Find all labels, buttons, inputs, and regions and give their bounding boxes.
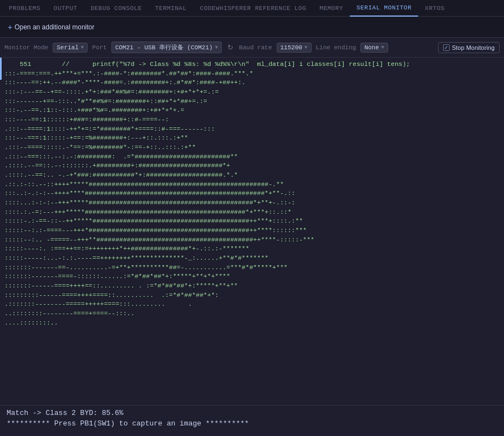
baud-rate-arrow: ▼: [304, 45, 307, 50]
serial-line: .:::::::--------=====+++++====:::.......…: [4, 300, 500, 309]
serial-line: :::::::::------====++++====::.......... …: [4, 291, 500, 300]
tab-serial-monitor[interactable]: SERIAL MONITOR: [350, 0, 418, 17]
tab-output[interactable]: OUTPUT: [47, 0, 84, 17]
tab-debug-console[interactable]: DEBUG CONSOLE: [84, 0, 148, 17]
line-ending-label: Line ending: [316, 44, 357, 51]
tab-problems[interactable]: PROBLEMS: [2, 0, 47, 17]
toolbar: + Open an additional monitor: [0, 17, 504, 38]
port-value: COM21 - USB 串行设备 (COM21): [115, 43, 213, 52]
serial-line: .:::--====:::::.-*==:=%########*-:==-+::…: [4, 143, 500, 152]
line-ending-arrow: ▼: [381, 45, 384, 50]
serial-line: :::-.--==.:1::-:::.+###*%#=.########+:+#…: [4, 106, 500, 115]
port-label: Port: [92, 44, 106, 51]
stop-monitoring-button[interactable]: Stop Monitoring: [438, 42, 500, 53]
serial-line: :::-====:===.++***+=***.:-####-*:#######…: [4, 69, 500, 79]
tab-terminal[interactable]: TERMINAL: [149, 0, 194, 17]
monitor-mode-select[interactable]: Serial ▼: [53, 43, 88, 53]
serial-line: :::----==:++.--####*-****-####=.:#######…: [4, 78, 500, 88]
serial-line: :::::::-------==-..........-=+**+*******…: [4, 263, 500, 273]
serial-line: .::::.--==:.. -.-+*###:###########*+:###…: [4, 171, 500, 180]
tab-codewhisperer[interactable]: CODEWHISPERER REFERENCE LOG: [194, 0, 313, 17]
left-accent-bar: [0, 58, 2, 80]
line-ending-value: None: [364, 44, 379, 51]
serial-line: :::-:---==--+==-::::.+*+:###*##%#=:#####…: [4, 88, 500, 97]
serial-line: 551 // printf("%7d -> Class %d %8s: %d %…: [4, 60, 500, 69]
serial-line: .:::--====:1::::-++*+=:=*########*+====:…: [4, 125, 500, 134]
monitor-mode-label: Monitor Mode: [4, 44, 48, 51]
baud-rate-select[interactable]: 115200 ▼: [277, 43, 312, 53]
refresh-port-button[interactable]: ↻: [226, 43, 235, 52]
serial-line: :::----==:1::::::+###=:########+::#-====…: [4, 115, 500, 125]
serial-line: :::::::-------====-::::::......:=*#*##*#…: [4, 272, 500, 281]
serial-line: :::::-.:-==-::--++*****#################…: [4, 217, 500, 226]
press-instruction-line: ********** Press PB1(SW1) to capture an …: [7, 419, 497, 428]
serial-line: :::::--:.. -=====--+++**################…: [4, 235, 500, 245]
serial-line: .:::--===:::.--:.-:#########: .=*#######…: [4, 152, 500, 162]
serial-line: .::.:-::.--::++++*****##################…: [4, 180, 500, 189]
port-arrow: ▼: [215, 45, 218, 50]
monitor-mode-value: Serial: [57, 44, 79, 51]
match-result-line: Match -> Class 2 BYD: 85.6%: [7, 409, 497, 417]
monitor-mode-arrow: ▼: [81, 45, 84, 50]
plus-icon: +: [8, 23, 12, 32]
serial-line: :::---===:1:::::-+==:=%########+:---+::.…: [4, 134, 500, 143]
tab-memory[interactable]: MEMORY: [313, 0, 350, 17]
serial-line: :::::----:. :===++==:=++++++++*++#######…: [4, 244, 500, 254]
serial-line: ....::::::::..: [4, 319, 500, 328]
baud-rate-value: 115200: [281, 44, 303, 51]
line-ending-select[interactable]: None ▼: [360, 43, 388, 53]
bottom-area: Match -> Class 2 BYD: 85.6% ********** P…: [0, 405, 504, 436]
controls-bar: Monitor Mode Serial ▼ Port COM21 - USB 串…: [0, 38, 504, 58]
serial-line: :::::--:.:-====---+++*##################…: [4, 226, 500, 235]
add-monitor-label: Open an additional monitor: [14, 23, 94, 31]
serial-monitor-output[interactable]: 551 // printf("%7d -> Class %d %8s: %d %…: [0, 58, 504, 405]
serial-line: ::::...:-:-:--+++*****##################…: [4, 198, 500, 208]
baud-rate-label: Baud rate: [239, 44, 272, 51]
port-select[interactable]: COM21 - USB 串行设备 (COM21) ▼: [111, 42, 222, 53]
serial-line: .::::.--==::.--:::::::.+#########+:#####…: [4, 161, 500, 171]
serial-line: :::::::------====++++==::......... . :=*…: [4, 281, 500, 291]
add-monitor-button[interactable]: + Open an additional monitor: [4, 22, 98, 33]
stop-monitoring-checkbox: [443, 44, 450, 51]
serial-line: :::::-----:...-:.:.----==++++++++*******…: [4, 254, 500, 263]
serial-line: :::..:-.:-:--++++****###################…: [4, 189, 500, 198]
serial-line: ::::.:.-=:---+++*****###################…: [4, 208, 500, 217]
tab-xrtos[interactable]: XRTOS: [418, 0, 451, 17]
stop-monitoring-label: Stop Monitoring: [452, 44, 495, 51]
tab-bar: PROBLEMS OUTPUT DEBUG CONSOLE TERMINAL C…: [0, 0, 504, 17]
serial-line: :::-------+==-:::..*#**##%#=:########+::…: [4, 97, 500, 106]
serial-line: ..::::::::--------====+====--:::..: [4, 309, 500, 319]
